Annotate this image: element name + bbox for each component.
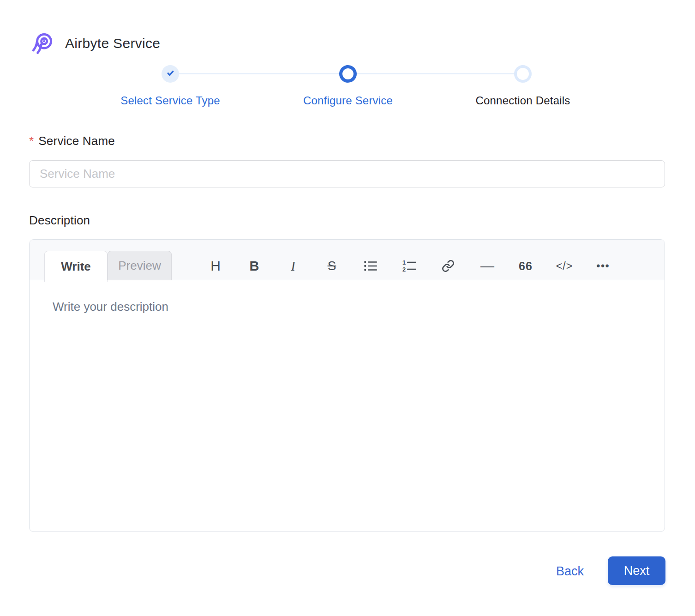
editor-toolbar-strip: Write Preview H B I S — [30, 240, 665, 280]
more-icon[interactable]: ••• — [594, 257, 612, 275]
editor-write-area — [30, 280, 665, 532]
stepper-connector-2 — [348, 73, 523, 74]
bold-icon[interactable]: B — [245, 257, 264, 275]
code-icon[interactable]: </> — [555, 257, 574, 275]
tab-preview[interactable]: Preview — [108, 251, 172, 280]
step-label-configure-service[interactable]: Configure Service — [288, 94, 408, 107]
horizontal-rule-icon[interactable]: — — [478, 257, 496, 275]
step-active-indicator[interactable] — [339, 65, 357, 83]
description-editor: Write Preview H B I S — [29, 239, 665, 532]
stepper-connector-1 — [170, 73, 348, 74]
description-label: Description — [29, 213, 90, 228]
step-upcoming-indicator[interactable] — [514, 65, 532, 83]
ordered-list-icon[interactable]: 1 2 — [400, 257, 419, 275]
heading-icon[interactable]: H — [206, 257, 225, 275]
step-label-connection-details[interactable]: Connection Details — [463, 94, 583, 107]
required-asterisk: * — [29, 134, 34, 148]
step-completed-indicator[interactable] — [162, 65, 179, 83]
service-name-label: *Service Name — [29, 134, 115, 148]
markdown-toolbar: H B I S 1 2 — [206, 257, 612, 275]
quote-icon[interactable]: 66 — [516, 257, 535, 275]
svg-text:1: 1 — [402, 260, 406, 266]
tab-write[interactable]: Write — [44, 251, 108, 282]
strikethrough-icon[interactable]: S — [323, 257, 341, 275]
page-title: Airbyte Service — [65, 36, 160, 51]
svg-text:2: 2 — [402, 266, 406, 272]
airbyte-logo-icon — [29, 30, 54, 56]
link-icon[interactable] — [439, 257, 457, 275]
check-icon — [166, 68, 175, 80]
description-textarea[interactable] — [30, 280, 665, 532]
next-button[interactable]: Next — [608, 556, 665, 585]
step-label-select-service-type[interactable]: Select Service Type — [110, 94, 230, 107]
service-name-input[interactable] — [29, 160, 665, 187]
back-button[interactable]: Back — [535, 563, 605, 580]
unordered-list-icon[interactable] — [361, 257, 380, 275]
italic-icon[interactable]: I — [284, 257, 302, 275]
